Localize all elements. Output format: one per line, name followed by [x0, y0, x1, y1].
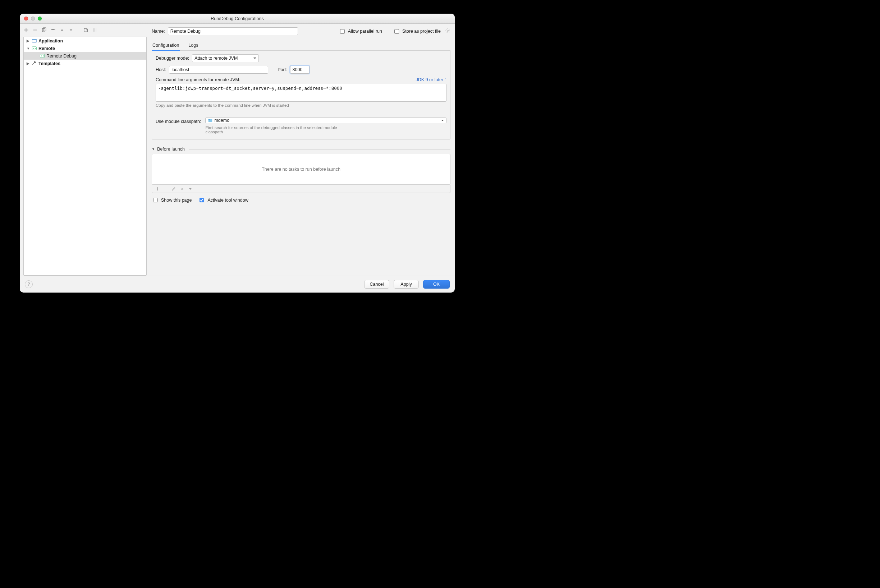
cancel-button[interactable]: Cancel	[364, 280, 389, 289]
help-button[interactable]: ?	[25, 280, 33, 288]
move-up-icon[interactable]	[59, 27, 65, 33]
store-as-project-file-checkbox[interactable]: Store as project file	[393, 28, 441, 35]
gear-icon[interactable]	[445, 28, 451, 34]
sidebar-toolbar	[20, 24, 147, 34]
allow-parallel-run-checkbox[interactable]: Allow parallel run	[339, 28, 382, 35]
cmd-args-label: Command line arguments for remote JVM:	[156, 77, 240, 82]
configurations-sidebar: ▶ Application ▾ Remote Remote De	[20, 24, 147, 276]
copy-config-icon[interactable]	[41, 27, 47, 33]
tree-node-label: Templates	[39, 61, 60, 66]
chevron-down-icon: ▾	[26, 46, 30, 50]
port-label: Port:	[278, 67, 287, 72]
tab-logs[interactable]: Logs	[188, 40, 199, 51]
move-task-up-icon[interactable]	[180, 186, 185, 191]
run-debug-configurations-dialog: Run/Debug Configurations	[20, 14, 455, 292]
move-task-down-icon[interactable]	[188, 186, 193, 191]
edit-task-icon[interactable]	[171, 186, 176, 191]
tree-node-templates[interactable]: ▶ Templates	[24, 60, 146, 67]
tree-node-application[interactable]: ▶ Application	[24, 37, 146, 45]
tree-node-label: Application	[39, 39, 63, 44]
jdk-version-selector[interactable]: JDK 9 or later ˅	[416, 77, 446, 82]
tabs: Configuration Logs	[152, 40, 451, 51]
before-launch-header[interactable]: ▼ Before launch	[152, 147, 451, 152]
move-down-icon[interactable]	[68, 27, 74, 33]
add-config-icon[interactable]	[23, 27, 29, 33]
chevron-down-icon: ˅	[445, 78, 446, 82]
chevron-down-icon: ▼	[152, 147, 155, 151]
cmd-args-box[interactable]: -agentlib:jdwp=transport=dt_socket,serve…	[156, 84, 446, 102]
add-task-icon[interactable]	[155, 186, 160, 191]
wrench-icon	[32, 60, 37, 67]
remote-icon	[39, 53, 45, 58]
remove-config-icon[interactable]	[32, 27, 38, 33]
debugger-mode-select[interactable]: Attach to remote JVM	[192, 54, 259, 62]
apply-button[interactable]: Apply	[393, 280, 419, 289]
tab-configuration[interactable]: Configuration	[152, 40, 180, 51]
show-this-page-checkbox[interactable]: Show this page	[152, 196, 192, 203]
svg-rect-3	[32, 39, 36, 40]
titlebar[interactable]: Run/Debug Configurations	[20, 14, 455, 24]
window-title: Run/Debug Configurations	[20, 16, 455, 21]
configuration-panel: Debugger mode: Attach to remote JVM Host…	[152, 51, 451, 140]
svg-rect-5	[40, 54, 44, 57]
dialog-footer: ? Cancel Apply OK	[20, 276, 455, 292]
host-label: Host:	[156, 67, 166, 72]
tree-node-label: Remote Debug	[47, 54, 77, 58]
config-name-input[interactable]	[168, 27, 298, 35]
tree-node-remote[interactable]: ▾ Remote	[24, 45, 146, 52]
debugger-mode-label: Debugger mode:	[156, 56, 189, 61]
before-launch-section: ▼ Before launch There are no tasks to ru…	[152, 147, 451, 203]
before-launch-tasks[interactable]: There are no tasks to run before launch	[152, 154, 451, 185]
module-classpath-hint: First search for sources of the debugged…	[205, 125, 349, 134]
ok-button[interactable]: OK	[423, 280, 450, 289]
remove-task-icon[interactable]	[163, 186, 168, 191]
svg-rect-8	[209, 119, 210, 120]
remote-icon	[32, 46, 37, 51]
configurations-tree[interactable]: ▶ Application ▾ Remote Remote De	[23, 37, 147, 276]
chevron-right-icon: ▶	[26, 39, 30, 43]
host-input[interactable]	[169, 66, 268, 74]
expand-params-icon[interactable]	[92, 27, 98, 33]
activate-tool-window-checkbox[interactable]: Activate tool window	[198, 196, 248, 203]
save-config-icon[interactable]	[83, 27, 89, 33]
tree-node-label: Remote	[39, 46, 55, 51]
cmd-args-hint: Copy and paste the arguments to the comm…	[156, 103, 446, 108]
before-launch-toolbar	[152, 185, 451, 193]
name-label: Name:	[152, 29, 165, 34]
tree-node-remote-debug[interactable]: Remote Debug	[24, 52, 146, 60]
module-classpath-label: Use module classpath:	[156, 117, 201, 124]
port-input[interactable]	[290, 66, 309, 74]
chevron-right-icon: ▶	[26, 62, 30, 65]
configuration-main: Name: Allow parallel run Store as projec…	[147, 24, 455, 276]
svg-point-6	[447, 30, 449, 32]
edit-templates-icon[interactable]	[50, 27, 56, 33]
application-icon	[32, 38, 37, 44]
module-icon	[208, 118, 213, 123]
module-classpath-select[interactable]: mdemo	[205, 117, 446, 123]
svg-rect-4	[32, 47, 36, 50]
